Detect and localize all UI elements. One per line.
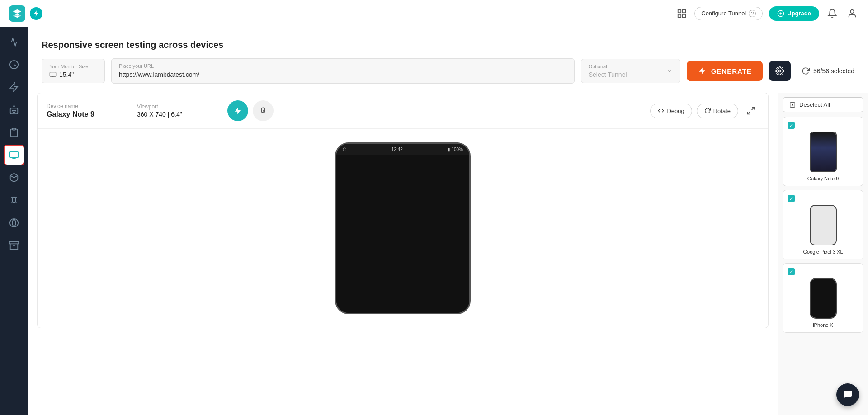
topnav-right: Configure Tunnel ? Upgrade (675, 6, 859, 21)
toolbar: Your Monitor Size 15.4" Place your URL O… (42, 58, 854, 84)
phone-time: 12:42 (392, 147, 403, 152)
topnav-left (9, 5, 42, 22)
sidebar-item-cube[interactable] (4, 167, 24, 188)
svg-line-19 (752, 108, 755, 110)
phone-thumb-pixel (810, 205, 837, 245)
tunnel-selector[interactable]: Optional Select Tunnel (581, 59, 680, 83)
gear-icon (775, 66, 784, 75)
sidebar-item-analytics[interactable] (4, 32, 24, 52)
configure-tunnel-help: ? (749, 10, 756, 17)
selected-count: 56/56 selected (802, 67, 854, 75)
sidebar-item-responsive[interactable] (4, 145, 24, 165)
phone-thumb-galaxy-note-9 (810, 132, 837, 172)
viewport-info: Viewport 360 X 740 | 6.4" (137, 104, 218, 118)
phone-thumb-screen (811, 132, 836, 171)
svg-rect-11 (12, 128, 15, 130)
chevron-down-icon (666, 68, 673, 74)
upgrade-button[interactable]: Upgrade (769, 6, 819, 21)
svg-rect-17 (50, 72, 56, 76)
chat-button[interactable] (836, 383, 859, 406)
device-mockup: ⬡ 12:42 ▮ 100% (38, 129, 768, 328)
configure-tunnel-label: Configure Tunnel (701, 10, 746, 17)
top-navigation: Configure Tunnel ? Upgrade (0, 0, 868, 27)
grid-icon[interactable] (675, 7, 688, 20)
svg-point-5 (850, 9, 854, 13)
launch-button[interactable] (227, 100, 248, 121)
svg-rect-8 (10, 108, 18, 114)
monitor-size-box: Your Monitor Size 15.4" (42, 59, 105, 83)
device-card: Device name Galaxy Note 9 Viewport 360 X… (37, 93, 769, 328)
svg-line-20 (748, 112, 750, 114)
sidebar (0, 27, 28, 415)
svg-point-9 (12, 110, 13, 111)
device-card-actions: Debug Rotate (650, 103, 759, 119)
device-card-header: Device name Galaxy Note 9 Viewport 360 X… (38, 93, 768, 129)
phone-signal: ⬡ (343, 147, 347, 152)
device-info: Device name Galaxy Note 9 (47, 103, 137, 118)
rotate-button[interactable]: Rotate (697, 104, 738, 118)
monitor-size-label: Your Monitor Size (49, 64, 97, 69)
device-thumb-check-3: ✓ (788, 268, 795, 275)
bolt-icon[interactable] (30, 7, 42, 20)
app-logo[interactable] (9, 5, 25, 22)
sidebar-item-bot[interactable] (4, 99, 24, 120)
device-thumb-google-pixel-3xl[interactable]: ✓ Google Pixel 3 XL (783, 190, 863, 259)
sidebar-item-archive[interactable] (4, 235, 24, 256)
svg-rect-12 (10, 152, 18, 158)
generate-label: GENERATE (711, 67, 752, 75)
svg-marker-7 (10, 83, 18, 91)
configure-tunnel-button[interactable]: Configure Tunnel ? (694, 7, 763, 20)
url-input[interactable] (119, 71, 567, 78)
deselect-all-button[interactable]: Deselect All (783, 97, 863, 112)
phone-thumb-screen-3 (811, 279, 836, 318)
svg-point-14 (10, 219, 18, 227)
main-content: Responsive screen testing across devices… (28, 27, 868, 415)
svg-rect-3 (683, 14, 685, 17)
debug-icon-circle[interactable] (253, 100, 274, 121)
debug-button[interactable]: Debug (650, 104, 692, 118)
sidebar-item-lightning[interactable] (4, 77, 24, 98)
device-actions (227, 100, 274, 121)
refresh-icon (802, 67, 810, 75)
url-box[interactable]: Place your URL (111, 58, 575, 84)
svg-point-18 (778, 70, 781, 72)
svg-point-10 (15, 110, 16, 111)
page-header: Responsive screen testing across devices… (28, 27, 868, 93)
expand-button[interactable] (743, 103, 759, 119)
sidebar-item-clipboard[interactable] (4, 122, 24, 143)
device-thumb-iphone-x[interactable]: ✓ iPhone X (783, 263, 863, 333)
monitor-size-value: 15.4" (49, 71, 97, 78)
viewport-label: Viewport (137, 104, 218, 110)
device-thumb-name-3: iPhone X (813, 322, 833, 328)
settings-button[interactable] (769, 61, 791, 81)
upgrade-label: Upgrade (787, 10, 811, 17)
viewport-value: 360 X 740 | 6.4" (137, 111, 218, 118)
device-thumb-name: Galaxy Note 9 (807, 176, 839, 181)
app-body: Responsive screen testing across devices… (0, 27, 868, 415)
tunnel-placeholder: Select Tunnel (589, 71, 666, 78)
device-area: Device name Galaxy Note 9 Viewport 360 X… (28, 93, 868, 415)
user-icon[interactable] (845, 7, 859, 20)
phone-battery: ▮ 100% (448, 147, 463, 152)
bell-icon[interactable] (826, 7, 839, 20)
phone-thumb-iphonex (810, 278, 837, 319)
svg-rect-0 (678, 9, 681, 12)
device-thumb-name-2: Google Pixel 3 XL (803, 249, 843, 255)
sidebar-item-bug[interactable] (4, 190, 24, 211)
url-label: Place your URL (119, 63, 567, 69)
svg-rect-15 (9, 242, 19, 244)
chat-icon (842, 389, 853, 400)
generate-icon (698, 66, 707, 75)
device-panel: Device name Galaxy Note 9 Viewport 360 X… (28, 93, 778, 415)
sidebar-item-visual[interactable] (4, 212, 24, 233)
device-thumb-check-2: ✓ (788, 195, 795, 202)
device-thumb-galaxy-note-9[interactable]: ✓ Galaxy Note 9 (783, 117, 863, 186)
sidebar-item-clock[interactable] (4, 54, 24, 75)
generate-button[interactable]: GENERATE (687, 61, 763, 81)
svg-rect-1 (683, 9, 685, 12)
device-name-label: Device name (47, 103, 137, 109)
phone-thumb-screen-2 (811, 206, 836, 245)
device-thumb-check: ✓ (788, 122, 795, 129)
page-title: Responsive screen testing across devices (42, 40, 854, 50)
tunnel-label: Optional (589, 64, 666, 69)
